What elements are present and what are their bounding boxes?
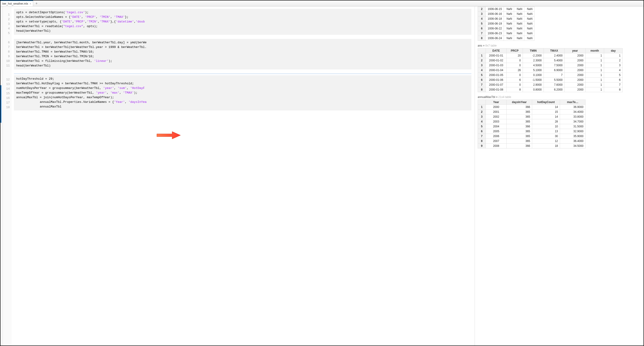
margin-strip <box>0 6 3 346</box>
table-row[interactable]: 920083661834.5000 <box>478 144 586 149</box>
table-row[interactable]: 21936-06-15NaNNaNNaN <box>478 7 534 11</box>
column-header[interactable] <box>478 48 486 53</box>
column-header[interactable]: TMIN <box>523 48 544 53</box>
line-number: 2 <box>3 17 12 22</box>
column-header[interactable]: daysInYear <box>507 100 532 105</box>
output-table-3[interactable]: YeardaysInYearhotDayCountmaxTe…120003661… <box>478 100 586 149</box>
output-table-2[interactable]: DATEPRCPTMINTMAXyearmonthday12000-01-012… <box>478 48 623 92</box>
line-number: 3 <box>3 22 12 26</box>
main-split: 123456789101112131415161718 opts = detec… <box>0 6 644 346</box>
column-header[interactable]: Year <box>486 100 507 105</box>
table-row[interactable]: 71936-06-23NaNNaNNaN <box>478 31 534 36</box>
editor-pane: 123456789101112131415161718 opts = detec… <box>0 6 475 346</box>
file-tab[interactable]: ber_hot_weather.mlx × <box>0 0 33 6</box>
line-number: 7 <box>3 45 12 50</box>
table-row[interactable]: 61936-06-22NaNNaNNaN <box>478 26 534 31</box>
output-pane: 21936-06-15NaNNaNNaN31936-06-16NaNNaNNaN… <box>475 6 644 346</box>
column-header[interactable]: maxTe… <box>560 100 586 105</box>
table-row[interactable]: 22000-01-0202.30005.4000200012 <box>478 58 623 63</box>
line-number: 16 <box>3 96 12 101</box>
column-header[interactable]: hotDayCount <box>532 100 560 105</box>
active-section-marker <box>0 85 2 123</box>
table-row[interactable]: 42000-01-04265.10006.9000200014 <box>478 68 623 73</box>
column-header[interactable]: day <box>604 48 623 53</box>
line-gutter: 123456789101112131415161718 <box>3 6 12 346</box>
table-row[interactable]: 220013651534.4000 <box>478 110 586 114</box>
line-number: 4 <box>3 26 12 31</box>
table-row[interactable]: 72000-01-0702.90007.6000200017 <box>478 82 623 87</box>
line-number: 1 <box>3 12 12 17</box>
table-row[interactable]: 420033652834.7000 <box>478 119 586 124</box>
column-header[interactable]: month <box>586 48 604 53</box>
close-icon[interactable]: × <box>30 2 31 5</box>
table-row[interactable]: 520043661031.5000 <box>478 124 586 129</box>
tab-filename: ber_hot_weather.mlx <box>2 2 28 5</box>
line-number: 11 <box>3 63 12 68</box>
code-block-1[interactable]: opts = detectImportOptions('tegel.csv');… <box>14 9 472 35</box>
column-header[interactable]: TMAX <box>544 48 565 53</box>
line-number: 15 <box>3 91 12 96</box>
table-row[interactable]: 12000-01-0120-2.20002.4000200011 <box>478 53 623 58</box>
line-number: 10 <box>3 59 12 63</box>
output-table-1[interactable]: 21936-06-15NaNNaNNaN31936-06-16NaNNaNNaN… <box>478 6 534 41</box>
table-row[interactable]: 81936-06-24NaNNaNNaN <box>478 36 534 41</box>
line-number: 14 <box>3 87 12 91</box>
line-number: 5 <box>3 31 12 36</box>
column-header[interactable]: PRCP <box>507 48 523 53</box>
line-number: 17 <box>3 101 12 105</box>
tab-bar: ber_hot_weather.mlx × + <box>0 0 644 6</box>
code-block-2[interactable]: [berWeatherTbl.year, berWeatherTbl.month… <box>14 39 472 69</box>
section-divider <box>14 74 472 74</box>
app-window: ber_hot_weather.mlx × + 1234567891011121… <box>0 0 644 346</box>
table-row[interactable]: 620053651332.9000 <box>478 129 586 134</box>
table-row[interactable]: 52000-01-0500.10007200015 <box>478 73 623 78</box>
line-number: 13 <box>3 82 12 87</box>
line-number: 6 <box>3 40 12 45</box>
code-block-3[interactable]: hotDayThreshold = 29; berWeatherTbl.HotD… <box>14 75 472 111</box>
line-number: 9 <box>3 54 12 59</box>
code-column[interactable]: opts = detectImportOptions('tegel.csv');… <box>12 6 475 346</box>
table-row[interactable]: 82000-01-0880.80006.2000200018 <box>478 87 623 92</box>
add-tab-button[interactable]: + <box>33 0 40 6</box>
output-label-annual: annualMaxTbl = 21x4 table <box>478 95 641 99</box>
line-number: 18 <box>3 105 12 110</box>
table-row[interactable]: 120003661436.9000 <box>478 105 586 110</box>
line-number: 12 <box>3 77 12 82</box>
column-header[interactable]: DATE <box>486 48 507 53</box>
table-row[interactable]: 32000-01-0304.50007.5000200013 <box>478 63 623 68</box>
table-row[interactable]: 820073651236.4000 <box>478 139 586 144</box>
table-row[interactable]: 41936-06-18NaNNaNNaN <box>478 16 534 21</box>
table-row[interactable]: 31936-06-16NaNNaNNaN <box>478 11 534 16</box>
table-row[interactable]: 320023651433.8000 <box>478 114 586 119</box>
table-row[interactable]: 62000-01-066-1.50005.5000200016 <box>478 78 623 82</box>
table-row[interactable]: 720063653035.9000 <box>478 134 586 139</box>
line-number: 8 <box>3 50 12 54</box>
output-label-ans: ans = 8x7 table <box>478 44 641 47</box>
table-row[interactable]: 51936-06-19NaNNaNNaN <box>478 21 534 26</box>
column-header[interactable] <box>478 100 486 105</box>
column-header[interactable]: year <box>565 48 586 53</box>
